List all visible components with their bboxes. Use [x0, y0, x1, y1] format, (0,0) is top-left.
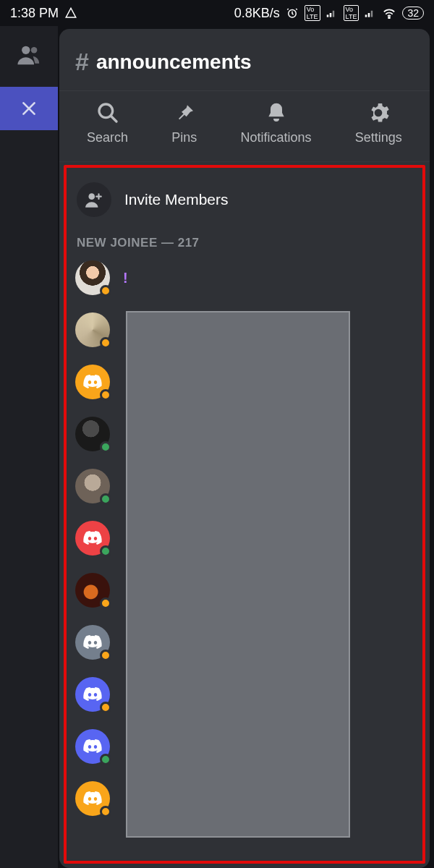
- action-bar: Search Pins Notifications Settings: [59, 91, 430, 162]
- close-button[interactable]: [0, 87, 58, 130]
- channel-details-panel: # announcements Search Pins Notification…: [59, 29, 430, 868]
- avatar: [75, 625, 110, 660]
- members-icon[interactable]: [17, 43, 41, 65]
- panel-body-highlighted: Invite Members NEW JOINEE — 217 !: [64, 165, 425, 864]
- alarm-icon: [286, 7, 299, 20]
- search-action[interactable]: Search: [87, 101, 128, 145]
- member-row[interactable]: !: [75, 260, 415, 295]
- idle-status-dot: [100, 285, 111, 297]
- idle-status-dot: [100, 650, 111, 661]
- bell-icon: [265, 101, 288, 124]
- online-status-dot: [100, 754, 111, 765]
- search-icon: [96, 101, 119, 124]
- svg-point-3: [31, 47, 38, 54]
- signal-icon-2: [365, 8, 376, 18]
- signal-icon-1: [326, 8, 338, 18]
- server-rail: [0, 26, 58, 868]
- battery-pill: 32: [402, 7, 424, 20]
- pin-icon: [173, 101, 196, 124]
- status-bar: 1:38 PM 0.8KB/s VoLTE VoLTE 32: [0, 0, 434, 26]
- volte-icon-1: VoLTE: [305, 5, 320, 21]
- channel-name: announcements: [96, 51, 252, 74]
- idle-status-dot: [100, 702, 111, 713]
- online-status-dot: [100, 441, 111, 453]
- online-status-dot: [100, 493, 111, 505]
- gear-icon: [367, 101, 390, 124]
- online-status-dot: [100, 545, 111, 557]
- avatar: [75, 260, 110, 295]
- member-name: !: [123, 270, 128, 286]
- avatar: [75, 469, 110, 503]
- pins-action[interactable]: Pins: [171, 101, 197, 145]
- avatar: [75, 573, 110, 608]
- status-time: 1:38 PM: [10, 6, 59, 21]
- avatar: [75, 312, 110, 347]
- invite-icon-circle: [77, 182, 111, 217]
- close-icon: [20, 99, 38, 118]
- volte-icon-2: VoLTE: [344, 5, 359, 21]
- idle-status-dot: [100, 806, 111, 817]
- settings-action[interactable]: Settings: [355, 101, 402, 145]
- panel-header: # announcements: [59, 29, 430, 91]
- svg-point-2: [22, 46, 30, 54]
- triangle-warn-icon: [64, 7, 77, 20]
- hash-icon: #: [75, 48, 89, 76]
- idle-status-dot: [100, 337, 111, 349]
- invite-members-row[interactable]: Invite Members: [74, 176, 415, 227]
- member-section-title: NEW JOINEE — 217: [74, 227, 415, 260]
- avatar: [75, 677, 110, 712]
- avatar: [75, 521, 110, 556]
- idle-status-dot: [100, 389, 111, 401]
- avatar: [75, 365, 110, 399]
- status-speed: 0.8KB/s: [234, 6, 280, 21]
- svg-point-5: [88, 193, 95, 200]
- idle-status-dot: [100, 597, 111, 609]
- redaction-overlay: [126, 311, 350, 838]
- svg-point-1: [388, 17, 390, 18]
- avatar: [75, 781, 110, 816]
- wifi-icon: [382, 7, 396, 19]
- invite-label: Invite Members: [124, 191, 229, 208]
- notifications-action[interactable]: Notifications: [241, 101, 312, 145]
- avatar: [75, 729, 110, 764]
- avatar: [75, 417, 110, 451]
- person-add-icon: [85, 192, 103, 208]
